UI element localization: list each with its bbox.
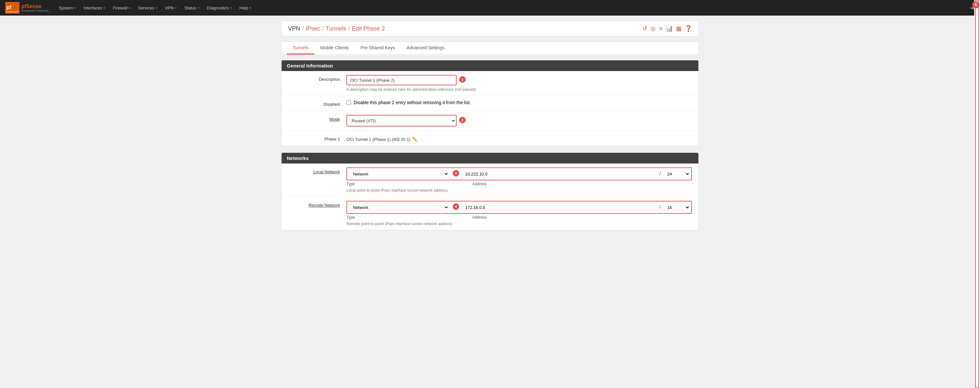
tabs-wrapper: Tunnels Mobile Clients Pre-Shared Keys A… xyxy=(281,42,699,55)
chevron-down-icon: ▾ xyxy=(129,6,130,10)
chevron-down-icon: ▾ xyxy=(156,6,157,10)
remote-network-inputs: Network LAN subnet WAN subnet Address 4 … xyxy=(347,201,692,214)
nav-item-interfaces[interactable]: Interfaces ▾ xyxy=(80,0,109,16)
description-input[interactable] xyxy=(347,75,457,85)
local-network-fields: Network LAN subnet WAN subnet Address 3 … xyxy=(347,168,692,193)
breadcrumb-actions: ↺ ◎ ≡ 📊 ▦ ❓ xyxy=(642,25,692,32)
breadcrumb-edit-phase2[interactable]: Edit Phase 2 xyxy=(352,25,385,32)
local-network-type-select[interactable]: Network LAN subnet WAN subnet Address xyxy=(348,169,449,179)
badge-5: 5 xyxy=(972,1,979,8)
table-icon[interactable]: ▦ xyxy=(676,25,681,32)
svg-text:COMMUNITY: COMMUNITY xyxy=(6,11,19,13)
mode-select[interactable]: Routed (VTI) Tunnel IPv4 Tunnel IPv6 Tra… xyxy=(347,115,456,126)
disabled-content: Disable this phase 2 entry without remov… xyxy=(347,100,692,105)
tab-mobile-clients[interactable]: Mobile Clients xyxy=(314,42,355,54)
tabs: Tunnels Mobile Clients Pre-Shared Keys A… xyxy=(287,42,693,54)
breadcrumb-sep-1: / xyxy=(302,25,304,32)
local-type-label: Type xyxy=(347,182,456,186)
badge-4: 4 xyxy=(453,203,459,210)
disabled-checkbox[interactable] xyxy=(347,100,351,105)
tab-tunnels[interactable]: Tunnels xyxy=(287,42,314,54)
nav-item-status[interactable]: Status ▾ xyxy=(180,0,203,16)
networks-header: Networks xyxy=(282,153,698,163)
remote-address-label: Address xyxy=(473,215,692,220)
chevron-down-icon: ▾ xyxy=(74,6,76,10)
chart-icon[interactable]: 📊 xyxy=(666,25,673,32)
general-information-section: General Information Description 1 A desc… xyxy=(281,60,699,146)
description-row: Description 1 A description may be enter… xyxy=(282,71,698,96)
nav-item-diagnostics[interactable]: Diagnostics ▾ xyxy=(203,0,235,16)
chevron-down-icon: ▾ xyxy=(175,6,177,10)
remote-network-row: Remote Network Network LAN subnet WAN su… xyxy=(282,197,698,230)
remote-network-address-input[interactable] xyxy=(462,202,656,212)
networks-body: Local Network Network LAN subnet WAN sub… xyxy=(282,163,698,230)
nav-item-firewall[interactable]: Firewall ▾ xyxy=(109,0,134,16)
local-address-label: Address xyxy=(473,182,692,186)
local-network-sublabels: Type Address xyxy=(347,182,692,186)
remote-network-prefix-select[interactable]: 16 8 24 32 xyxy=(664,202,690,212)
description-content: 1 A description may be entered here for … xyxy=(347,75,692,92)
phase1-value: OCI Tunnel 1 (Phase 1) (IKE ID 1) ✏️ xyxy=(347,135,692,142)
phase1-label: Phase 1 xyxy=(288,135,340,141)
tab-advanced-settings[interactable]: Advanced Settings xyxy=(401,42,450,54)
breadcrumb-panel: VPN / IPsec / Tunnels / Edit Phase 2 ↺ ◎… xyxy=(281,21,699,36)
nav-item-vpn[interactable]: VPN ▾ xyxy=(161,0,180,16)
local-network-address-input[interactable] xyxy=(462,169,656,179)
mode-label: Mode xyxy=(288,115,340,122)
local-network-hint: Local point-to-point IPsec interface tun… xyxy=(347,188,692,193)
nav-item-services[interactable]: Services ▾ xyxy=(134,0,161,16)
mode-row: Mode Routed (VTI) Tunnel IPv4 Tunnel IPv… xyxy=(282,111,698,131)
chevron-down-icon: ▾ xyxy=(198,6,199,10)
circle-icon[interactable]: ◎ xyxy=(651,25,655,32)
brand-logo: pf COMMUNITY EDITION pfSense COMMUNITY E… xyxy=(5,2,49,14)
general-information-header: General Information xyxy=(282,60,698,71)
breadcrumb-tunnels[interactable]: Tunnels xyxy=(326,25,346,32)
brand-name: pfSense xyxy=(21,3,49,10)
mode-content: Routed (VTI) Tunnel IPv4 Tunnel IPv6 Tra… xyxy=(347,115,692,126)
nav-item-system[interactable]: System ▾ xyxy=(55,0,80,16)
slash-separator: / xyxy=(659,171,662,177)
chevron-down-icon: ▾ xyxy=(103,6,105,10)
slash-separator-2: / xyxy=(659,204,662,210)
chevron-down-icon: ▾ xyxy=(250,6,251,10)
chevron-down-icon: ▾ xyxy=(230,6,232,10)
breadcrumb: VPN / IPsec / Tunnels / Edit Phase 2 xyxy=(288,25,385,32)
pfsense-logo: pf COMMUNITY EDITION xyxy=(5,2,19,14)
content-wrapper: VPN / IPsec / Tunnels / Edit Phase 2 ↺ ◎… xyxy=(276,16,704,242)
right-indicator-bar xyxy=(975,0,979,242)
disabled-label: Disabled xyxy=(288,100,340,107)
breadcrumb-sep-2: / xyxy=(322,25,324,32)
phase1-content: OCI Tunnel 1 (Phase 1) (IKE ID 1) ✏️ xyxy=(347,135,692,142)
disabled-checkbox-label: Disable this phase 2 entry without remov… xyxy=(353,100,471,105)
nav-menu: System ▾ Interfaces ▾ Firewall ▾ Service… xyxy=(55,0,968,16)
description-label: Description xyxy=(288,75,340,82)
disabled-checkbox-row: Disable this phase 2 entry without remov… xyxy=(347,100,692,105)
networks-section: Networks Local Network Network LAN subne… xyxy=(281,152,699,230)
local-network-inputs: Network LAN subnet WAN subnet Address 3 … xyxy=(347,168,692,180)
nav-item-help[interactable]: Help ▾ xyxy=(235,0,255,16)
local-network-prefix-select[interactable]: 24 8 16 32 xyxy=(664,169,690,179)
remote-type-label: Type xyxy=(347,215,456,220)
breadcrumb-sep-3: / xyxy=(348,25,350,32)
svg-text:pf: pf xyxy=(6,5,12,10)
right-side-indicator xyxy=(974,0,980,242)
remote-network-sublabels: Type Address xyxy=(347,215,692,220)
edit-pencil-icon[interactable]: ✏️ xyxy=(412,137,418,142)
general-information-body: Description 1 A description may be enter… xyxy=(282,71,698,146)
badge-2: 2 xyxy=(459,117,466,123)
list-icon[interactable]: ≡ xyxy=(659,25,662,32)
breadcrumb-vpn: VPN xyxy=(288,25,300,32)
help-icon[interactable]: ❓ xyxy=(685,25,692,32)
brand-edition: COMMUNITY EDITION xyxy=(21,10,49,12)
refresh-icon[interactable]: ↺ xyxy=(642,25,647,32)
breadcrumb-ipsec[interactable]: IPsec xyxy=(305,25,320,32)
navbar: pf COMMUNITY EDITION pfSense COMMUNITY E… xyxy=(0,0,980,16)
local-network-row: Local Network Network LAN subnet WAN sub… xyxy=(282,163,698,197)
remote-network-fields: Network LAN subnet WAN subnet Address 4 … xyxy=(347,201,692,226)
remote-network-type-select[interactable]: Network LAN subnet WAN subnet Address xyxy=(348,202,449,212)
badge-3: 3 xyxy=(453,170,459,176)
local-network-label: Local Network xyxy=(288,168,340,174)
disabled-row: Disabled Disable this phase 2 entry with… xyxy=(282,96,698,111)
description-hint: A description may be entered here for ad… xyxy=(347,87,692,92)
tab-pre-shared-keys[interactable]: Pre-Shared Keys xyxy=(355,42,401,54)
